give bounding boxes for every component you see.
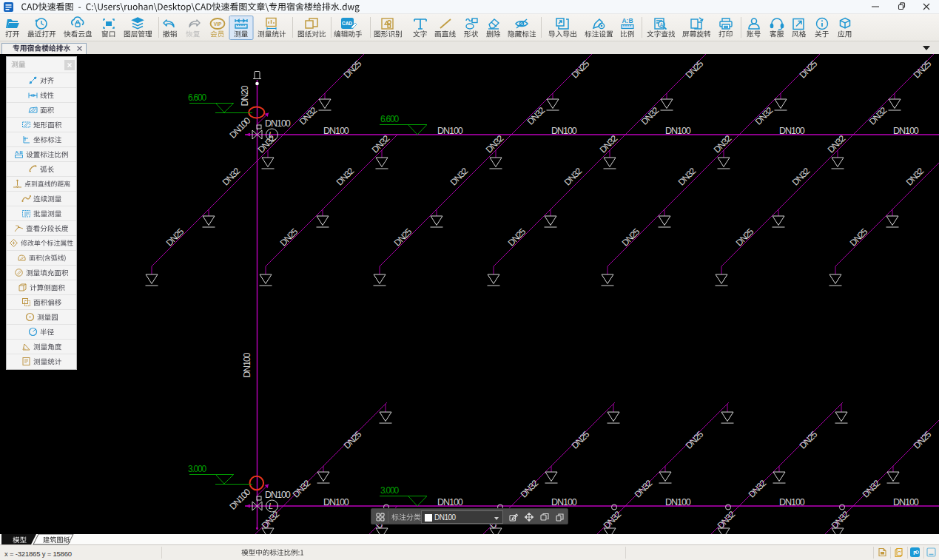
svg-text:DN32: DN32: [334, 166, 357, 188]
svg-text:DN32: DN32: [484, 133, 506, 155]
svg-text:DN100: DN100: [242, 352, 252, 377]
svg-text:DN32: DN32: [525, 105, 548, 127]
svg-text:DN25: DN25: [620, 226, 642, 249]
svg-text:A:B: A:B: [15, 150, 23, 155]
svg-text:DN25: DN25: [164, 226, 186, 249]
svg-text:L: L: [269, 502, 273, 510]
svg-text:DN100: DN100: [551, 497, 577, 507]
svg-text:DN32: DN32: [602, 509, 624, 531]
svg-text:DN100: DN100: [228, 487, 253, 512]
svg-text:DN25: DN25: [684, 58, 706, 81]
svg-text:DN25: DN25: [342, 58, 364, 81]
svg-text:DN25: DN25: [278, 226, 300, 249]
svg-text:DN100: DN100: [265, 490, 291, 500]
svg-text:A:B: A:B: [622, 17, 633, 24]
svg-text:DN32: DN32: [826, 133, 848, 155]
svg-text:DN32: DN32: [297, 105, 320, 127]
svg-text:DN32: DN32: [712, 133, 734, 155]
svg-text:DN32: DN32: [716, 509, 738, 531]
svg-text:DN25: DN25: [912, 429, 934, 451]
svg-text:DN32: DN32: [676, 166, 699, 188]
svg-text:DN25: DN25: [912, 58, 934, 81]
svg-text:DN25: DN25: [734, 226, 756, 249]
svg-text:DN25: DN25: [848, 226, 870, 249]
svg-text:DN100: DN100: [665, 126, 691, 136]
svg-text:DN32: DN32: [867, 105, 889, 127]
svg-text:DN32: DN32: [519, 478, 541, 500]
svg-text:DN32: DN32: [221, 166, 243, 188]
svg-text:DN100: DN100: [779, 126, 805, 136]
svg-text:DN32: DN32: [370, 133, 392, 155]
svg-text:L: L: [269, 130, 273, 139]
svg-text:DN100: DN100: [779, 497, 805, 507]
svg-text:DN32: DN32: [598, 133, 620, 155]
svg-text:DN100: DN100: [551, 126, 577, 136]
svg-text:DN100: DN100: [893, 497, 919, 507]
svg-text:DN100: DN100: [265, 118, 291, 129]
svg-text:DN25: DN25: [798, 429, 820, 451]
svg-text:DN32: DN32: [747, 478, 769, 500]
svg-text:3.000: 3.000: [380, 485, 400, 496]
svg-text:DN100: DN100: [323, 497, 349, 507]
svg-text:DN32: DN32: [639, 105, 662, 127]
svg-text:DN100: DN100: [437, 497, 463, 507]
svg-text:DN32: DN32: [633, 478, 655, 500]
svg-text:DN100: DN100: [665, 497, 691, 507]
svg-text:DN32: DN32: [790, 166, 812, 188]
svg-text:DN32: DN32: [753, 105, 775, 127]
svg-text:3.000: 3.000: [188, 464, 207, 474]
svg-text:DN100: DN100: [437, 126, 463, 136]
svg-text:DN32: DN32: [260, 509, 282, 531]
svg-text:DN25: DN25: [392, 226, 414, 249]
svg-text:A: A: [660, 22, 664, 27]
svg-text:DN25: DN25: [798, 58, 820, 81]
svg-text:DN100: DN100: [228, 115, 253, 141]
svg-text:DN32: DN32: [448, 166, 471, 188]
svg-text:DN25: DN25: [570, 429, 592, 451]
svg-text:DN100: DN100: [893, 126, 919, 136]
svg-text:DN32: DN32: [291, 478, 313, 500]
svg-text:DN100: DN100: [323, 126, 349, 136]
svg-text:DN32: DN32: [861, 478, 883, 500]
svg-text:6.600: 6.600: [380, 114, 400, 124]
svg-text:DN25: DN25: [684, 429, 706, 451]
svg-text:DN32: DN32: [904, 166, 926, 188]
svg-text:DN25: DN25: [506, 226, 528, 249]
svg-text:DN25: DN25: [570, 58, 592, 81]
svg-text:6.600: 6.600: [188, 92, 207, 103]
svg-text:DN20: DN20: [240, 85, 250, 106]
svg-text:DN32: DN32: [829, 509, 852, 531]
svg-text:DN25: DN25: [342, 429, 364, 451]
svg-text:CAD: CAD: [342, 21, 352, 26]
svg-text:DN32: DN32: [562, 166, 585, 188]
